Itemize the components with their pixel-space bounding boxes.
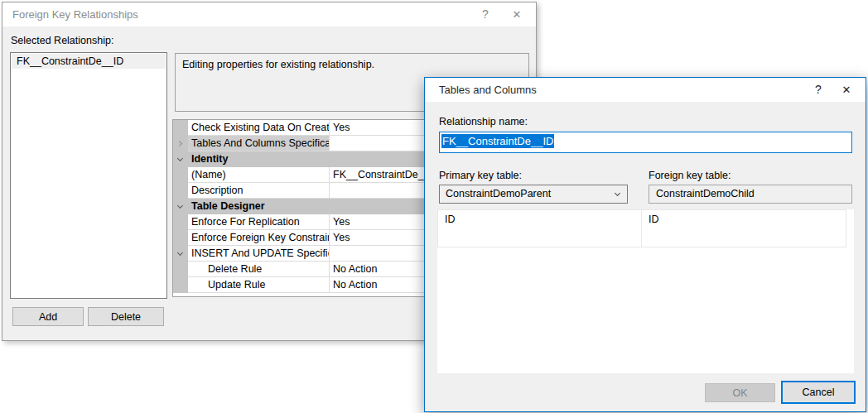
tables-and-columns-dialog: Tables and Columns ? ✕ Relationship name… [424, 77, 866, 412]
property-label: Check Existing Data On Creati [188, 120, 329, 136]
column-mapping-grid[interactable]: ID ID [437, 209, 854, 373]
property-label: Update Rule [188, 277, 329, 293]
add-button[interactable]: Add [12, 307, 84, 326]
foreign-key-table-value: ConstraintDemoChild [656, 188, 755, 199]
row-gutter[interactable] [173, 199, 188, 214]
foreign-key-column-header[interactable]: ID [642, 209, 846, 228]
chevron-down-icon[interactable] [177, 203, 183, 209]
primary-key-table-dropdown[interactable]: ConstraintDemoParent [439, 185, 628, 204]
relationship-listbox[interactable]: FK__ConstraintDe__ID [10, 52, 167, 299]
property-label: Delete Rule [188, 262, 329, 277]
relationship-info-text: Editing properties for existing relation… [182, 59, 374, 70]
row-gutter[interactable] [173, 136, 188, 151]
row-gutter [173, 214, 188, 230]
primary-key-table-value: ConstraintDemoParent [446, 188, 551, 199]
primary-key-empty-cell[interactable] [437, 228, 642, 247]
close-icon[interactable]: ✕ [834, 78, 859, 102]
ok-button[interactable]: OK [705, 383, 775, 402]
delete-button[interactable]: Delete [88, 307, 164, 326]
grid-header-row: ID ID [437, 209, 846, 228]
fk-dialog-title: Foreign Key Relationships [12, 8, 138, 21]
relationship-list-item[interactable]: FK__ConstraintDe__ID [12, 54, 166, 69]
desktop: { "colors": { "accent": "#0078d7", "dial… [0, 0, 868, 413]
relationship-name-input[interactable]: FK__ConstraintDe__ID [439, 132, 852, 153]
chevron-down-icon[interactable] [177, 156, 183, 161]
chevron-right-icon[interactable] [176, 141, 182, 146]
primary-key-table-label: Primary key table: [439, 170, 522, 181]
property-label: Enforce Foreign Key Constrain [188, 230, 329, 246]
grid-empty-row[interactable] [437, 228, 846, 247]
chevron-down-icon[interactable] [177, 250, 183, 256]
row-gutter [173, 167, 188, 183]
primary-key-column-header[interactable]: ID [437, 209, 642, 228]
foreign-key-table-label: Foreign key table: [649, 170, 731, 181]
tc-titlebar[interactable]: Tables and Columns ? ✕ [425, 78, 866, 102]
close-icon[interactable]: ✕ [504, 2, 529, 26]
cancel-button[interactable]: Cancel [781, 381, 856, 404]
property-label: Description [188, 183, 329, 199]
help-icon[interactable]: ? [806, 78, 831, 102]
selected-relationship-label: Selected Relationship: [11, 35, 113, 46]
property-label: Tables And Columns Specifica [188, 136, 329, 151]
row-gutter[interactable] [173, 151, 188, 167]
help-icon[interactable]: ? [473, 2, 498, 26]
foreign-key-table-field: ConstraintDemoChild [649, 185, 852, 204]
chevron-down-icon [615, 190, 620, 196]
relationship-name-label: Relationship name: [439, 116, 528, 127]
row-gutter[interactable] [173, 246, 188, 262]
row-gutter [173, 277, 188, 293]
property-label: Enforce For Replication [188, 214, 329, 230]
foreign-key-empty-cell[interactable] [642, 228, 846, 247]
property-label: (Name) [188, 167, 329, 183]
tc-dialog-title: Tables and Columns [439, 84, 537, 96]
row-gutter [173, 230, 188, 246]
fk-titlebar[interactable]: Foreign Key Relationships ? ✕ [2, 2, 536, 26]
row-gutter [173, 120, 188, 136]
row-gutter [173, 183, 188, 199]
row-gutter [173, 262, 188, 277]
selected-text: FK__ConstraintDe__ID [441, 134, 554, 148]
property-label: INSERT And UPDATE Specifica [188, 246, 329, 262]
